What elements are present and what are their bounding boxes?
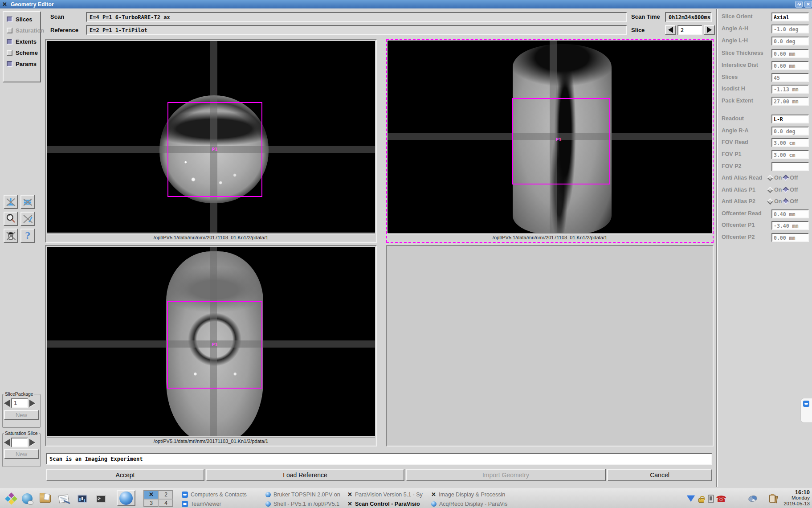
restore-icon (797, 3, 801, 6)
toggle-extents[interactable]: Extents (7, 37, 40, 45)
param-anti-alias-read: Anti Alias Read On Off (718, 174, 812, 183)
tray-lock[interactable] (696, 492, 706, 505)
text-editor-launcher[interactable] (57, 492, 70, 505)
centos-menu-button[interactable] (4, 492, 18, 505)
close-button[interactable]: ✕ (804, 1, 812, 8)
hide-slice-position-tool-button[interactable] (4, 195, 18, 209)
slice-next-button[interactable] (704, 25, 715, 35)
new-package-button[interactable]: New (4, 410, 39, 420)
window-menu-icon[interactable]: ✕ (2, 0, 7, 8)
sphere-icon (265, 492, 271, 497)
workspace-4[interactable]: 4 (159, 499, 173, 508)
accept-button[interactable]: Accept (46, 469, 204, 481)
help-button[interactable]: ? (20, 229, 35, 243)
saturation-next-button[interactable] (29, 439, 35, 446)
teamviewer-dock-handle[interactable] (800, 398, 812, 423)
axial-image-area[interactable]: P1 (47, 41, 375, 233)
zoom-tool-button[interactable] (4, 212, 18, 226)
param-field: 45 (771, 73, 809, 82)
cancel-button[interactable]: Cancel (607, 469, 712, 481)
saturation-number-input[interactable] (11, 438, 28, 447)
viewport-axial[interactable]: P1 /opt/PV5.1/data/mri/nmr/20171103_01.K… (45, 39, 377, 243)
hide-slice-stack-tool-button[interactable] (20, 195, 35, 209)
readout-button[interactable]: L-R (771, 115, 809, 123)
crossed-slices-icon (22, 196, 33, 208)
workspace-2[interactable]: 2 (159, 491, 173, 499)
toggle-label: Extents (16, 38, 37, 45)
load-reference-button[interactable]: Load Reference (206, 469, 404, 481)
terminal-launcher[interactable] (94, 492, 108, 505)
slice-package-legend: SlicePackage (4, 391, 34, 397)
param-label: Offcenter Read (722, 210, 762, 217)
web-browser-launcher[interactable] (20, 492, 34, 505)
param-anti-alias-p1: Anti Alias P1 On Off (718, 186, 812, 195)
slice-orient-button[interactable]: Axial (771, 12, 809, 21)
tray-disk-usage[interactable] (747, 492, 759, 505)
task-scan-control[interactable]: ✕ Scan Control - ParaVisio (347, 500, 428, 508)
toggle-params[interactable]: Params (7, 60, 40, 68)
sagittal-image-area[interactable]: P1 (388, 41, 712, 233)
teamviewer-icon (182, 501, 188, 507)
package-next-button[interactable] (29, 400, 35, 407)
tray-device[interactable] (706, 492, 716, 505)
radio-on[interactable] (767, 198, 773, 205)
task-acq-reco-display[interactable]: Acq/Reco Display - ParaVis (431, 500, 516, 508)
file-manager-launcher[interactable] (38, 492, 52, 505)
tray-updates[interactable] (685, 492, 697, 505)
radio-on[interactable] (767, 175, 773, 181)
screen: { "window": { "title": "Geometry Editor"… (0, 0, 812, 508)
edit-crossed-tool-button[interactable] (20, 212, 35, 226)
task-image-display[interactable]: ✕ Image Display & Processin (431, 490, 516, 499)
workspace-3[interactable]: 3 (144, 499, 159, 508)
viewport-empty (386, 245, 714, 447)
task-bruker-topspin[interactable]: Bruker TOPSPIN 2.0PV on (265, 490, 345, 499)
param-field: -1.0 deg (771, 25, 809, 33)
centos-icon (6, 493, 16, 504)
radio-on-label: On (774, 175, 782, 181)
x-window-icon: ✕ (431, 492, 436, 497)
task-teamviewer[interactable]: TeamViewer (182, 500, 260, 508)
title-bar[interactable]: ✕ Geometry Editor (0, 0, 812, 8)
radio-off-label: Off (790, 198, 798, 205)
viewport-sagittal[interactable]: P1 /opt/PV5.1/data/mri/nmr/20171103_01.K… (386, 39, 714, 243)
param-label: Anti Alias Read (722, 175, 762, 181)
checkbox-icon (7, 39, 12, 45)
saturation-prev-button[interactable] (4, 439, 10, 446)
radio-off[interactable] (783, 187, 789, 193)
radio-off[interactable] (783, 198, 789, 205)
package-prev-button[interactable] (4, 400, 10, 407)
tray-phone[interactable]: ☎ (716, 492, 726, 505)
param-field: 3.00 cm (771, 138, 809, 147)
workspace-1[interactable]: ✕ (144, 491, 159, 499)
radio-off[interactable] (783, 175, 789, 181)
scan-time-label: Scan Time (631, 13, 660, 20)
task-computers-contacts[interactable]: Computers & Contacts (182, 490, 260, 499)
data-path-bar: /opt/PV5.1/data/mri/nmr/20171103_01.Kn1/… (47, 234, 375, 241)
package-number-input[interactable]: 1 (11, 398, 28, 408)
slice-prev-button[interactable] (665, 25, 676, 35)
geometry-params-panel: Slice Orient Axial Angle A-H -1.0 deg An… (717, 9, 812, 487)
toggle-slices[interactable]: Slices (7, 15, 40, 23)
paravision-launcher[interactable] (117, 490, 135, 506)
office-launcher[interactable] (76, 492, 89, 505)
crossed-trash-icon (5, 230, 16, 242)
restore-button[interactable] (795, 1, 803, 8)
param-slices: Slices 45 (718, 73, 812, 82)
viewport-coronal[interactable]: P1 /opt/PV5.1/data/mri/nmr/20171103_01.K… (45, 245, 377, 447)
delete-crossed-tool-button[interactable] (4, 229, 18, 243)
slice-number-input[interactable]: 2 (677, 25, 702, 35)
slice-marker: P1 (212, 342, 217, 348)
param-label: Anti Alias P2 (722, 198, 755, 205)
param-slice-orient: Slice Orient Axial (718, 12, 812, 21)
radio-on[interactable] (767, 187, 773, 193)
task-paravision-51[interactable]: ✕ ParaVision Version 5.1 - Sy (347, 490, 428, 499)
param-fov-read: FOV Read 3.00 cm (718, 138, 812, 147)
param-label: FOV Read (722, 139, 748, 145)
param-label: Interslice Dist (722, 62, 758, 68)
new-saturation-button[interactable]: New (4, 449, 39, 459)
toggle-scheme[interactable]: Scheme (7, 49, 40, 57)
coronal-image-area[interactable]: P1 (47, 247, 375, 436)
task-shell-pv51[interactable]: Shell - PV5.1 in /opt/PV5.1 (265, 500, 345, 508)
clock[interactable]: 16:10 Monday 2019-05-13 (776, 489, 810, 507)
param-label: Offcenter P2 (722, 234, 755, 240)
